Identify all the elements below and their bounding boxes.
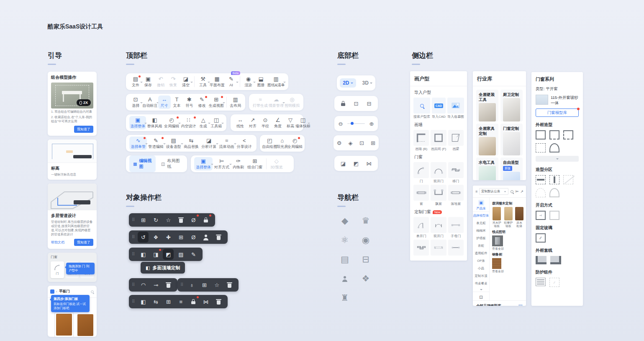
brand-item[interactable]: 原木柜体 [515,207,523,228]
delete-button[interactable] [213,296,224,307]
surface-edit-button[interactable]: ▨ [175,249,186,260]
device-select-button[interactable]: ▤设备选型 [165,137,182,150]
swap-button[interactable]: ⇆ [150,296,161,307]
ceiling-edit-button[interactable]: ◧ [138,249,149,260]
wallet-icon[interactable]: ⊟ [360,254,372,265]
door-window-custom-card[interactable]: 门窗定制 [500,124,523,155]
duplicate-button[interactable]: ⊞ [175,232,186,243]
hard-decor-tools-card[interactable]: 全屋硬装工具 [476,90,498,121]
mother-son-door-item[interactable]: 子母门 [448,217,464,238]
favorite-button[interactable]: ☆ [163,214,174,225]
search-icon[interactable] [510,188,514,195]
rail-item-components[interactable]: ⊡组件库 [476,293,486,300]
kitchen-bath-card[interactable]: 厨卫定制 [500,90,523,121]
pages-button[interactable]: ≡ [175,296,186,307]
rail-item[interactable]: 定制吊顶 [475,272,487,280]
bay-window-item[interactable]: 飘窗 [431,185,446,206]
split-node-button[interactable]: ⊸ [150,279,161,290]
select-button[interactable]: ⊡选择 [129,96,142,109]
panel-layout-button[interactable]: ◧ [138,296,149,307]
rail-item[interactable]: 单元柜 [476,220,486,227]
album-button[interactable]: ⬓图册 [255,75,267,88]
back-icon[interactable]: ‹ [56,289,57,294]
partition-diagonal[interactable] [563,175,573,184]
select-whole-button[interactable]: ▣选择整体 [129,116,146,129]
combo-window-button[interactable]: ⊞组合门窗 [246,157,264,170]
move-button[interactable]: ✚ [163,232,174,243]
hide-button[interactable]: Ø [188,232,199,243]
all-brand-models-row[interactable]: 全部品牌模型库 ▤ [473,300,526,306]
align-mode-button[interactable]: ⊨对齐方式 [213,157,231,170]
interior-brush-button[interactable]: ✑内饰刷 [231,157,246,170]
mep-tools-card[interactable]: 水电工具 [476,158,498,180]
cabinet-icon[interactable]: ▤ [339,254,351,265]
rail-item[interactable]: OP库 [477,257,485,265]
angle-dim-button[interactable]: ∠角度 [272,116,284,129]
undo-button[interactable]: ↶撤销 [154,75,167,88]
zoom-in-button[interactable]: ⊕ [368,120,375,127]
double-door-custom-item[interactable]: 双开门 [431,217,446,238]
linear-dim-button[interactable]: ↔线性 [234,116,246,129]
lighting-sim-button[interactable]: ◎照明模拟 [284,96,300,109]
interior-design-button[interactable]: ∷内空设计 [180,116,197,129]
multi-surface-button[interactable]: ◩ [163,249,174,260]
rail-item[interactable]: 书桌餐桌 [475,280,487,287]
product-lib-tab[interactable]: ▣ 产品库 [473,198,489,212]
more-shapes-dropdown[interactable] [536,156,579,162]
rotate-button[interactable]: ↻ [150,214,161,225]
rail-item[interactable]: 榻榻米 [476,227,486,235]
got-it-button[interactable]: 我知道了 [74,126,93,133]
current-product[interactable]: 115-外开窗玻纱一体 [536,95,579,106]
drag-handle-icon[interactable]: ⠿ [180,283,183,287]
sliding-variant-item[interactable] [448,240,464,256]
draw-wall-item[interactable]: 画墙 (B) [413,130,429,151]
auto-dimension-button[interactable]: A自动标注 [142,96,158,109]
sunroom-button[interactable]: ⌂阳光房 [276,137,289,150]
material-cube-button[interactable]: ❖ [150,232,161,243]
delete-button[interactable] [163,279,174,290]
wall-mark-button[interactable]: ◫墙体快标 [297,116,309,129]
partition-horizontal[interactable] [536,175,546,184]
add-view-button[interactable]: ⊞ [370,140,377,146]
import-cad[interactable]: CAD 导入CAD [432,98,446,119]
file-button[interactable]: ▤文件 [129,75,142,88]
dimension-button[interactable]: ↔尺寸 [158,96,171,109]
lock-button[interactable] [188,296,199,307]
opening-casement[interactable]: -‹ [536,211,546,220]
product-swap-button[interactable]: ⇆商品替换 [182,137,200,150]
drag-handle-icon[interactable]: ⠿ [132,252,135,256]
duplicate-button[interactable]: ⊞ [138,214,149,225]
wall-edit-button[interactable]: ◨ [150,249,161,260]
pipe-edit-button[interactable]: ✎管道编辑 [147,137,164,150]
drawings-list-button[interactable]: ▥图纸&清单 [267,75,285,88]
generate-button[interactable]: △生成 [197,116,210,129]
sliding-variant-item[interactable] [431,240,446,256]
partition-vertical[interactable] [549,175,559,184]
account-icon[interactable] [339,273,351,284]
hide-button[interactable]: Ø [188,214,199,225]
draw-room-item[interactable]: 画房间 (F) [431,130,446,151]
free-modeling-card[interactable]: 自由造型 新版 [500,158,523,180]
mini-tile-door[interactable]: 门 [51,261,64,278]
library-select[interactable]: 定制默认公库 [479,188,508,195]
drag-handle-icon[interactable]: ⠿ [132,283,135,287]
bucket-icon[interactable]: ♜ [339,292,351,303]
door-thumb[interactable]: 无拉手木门 [75,312,95,337]
drag-handle-icon[interactable]: ⠿ [132,218,135,222]
furniture-custom-card[interactable]: 全屋家具定制 [476,124,498,155]
share-design-button[interactable]: <分享设计 [236,137,253,150]
snapshot-button[interactable]: ◪ [340,160,346,167]
delete-button[interactable] [224,279,235,290]
light-strip-button[interactable]: ≈灯带生成 [252,96,268,109]
door-thumb-selected[interactable]: 06-平板门 [54,312,74,337]
move-rotate-button[interactable]: ↺ [138,232,149,243]
analysis-button[interactable]: ◪分析计算 [200,137,218,150]
save-button[interactable]: ▣保存 [142,75,154,88]
elevation-dim-button[interactable]: ▽标高 [284,116,297,129]
rail-item[interactable]: 衣柜 [478,242,484,250]
filter-icon[interactable]: ⊨ [516,189,519,194]
lock-button[interactable] [200,214,211,225]
got-it-button[interactable]: 我知道了 [74,239,93,246]
search-icon[interactable] [90,288,94,295]
window-item[interactable]: 窗 [413,185,429,206]
